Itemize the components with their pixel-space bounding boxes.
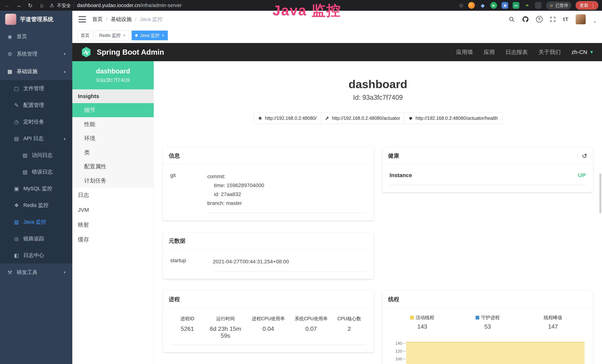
browser-home-icon[interactable]: ⌂ bbox=[38, 2, 45, 9]
service-url-link[interactable]: http://192.168.0.2:48080/ bbox=[254, 113, 321, 124]
timer-icon: ◷ bbox=[13, 119, 20, 125]
scrollbar-thumb[interactable] bbox=[599, 173, 601, 213]
sidebar-item-errorlog[interactable]: ▨ 错误日志 bbox=[0, 163, 72, 180]
paused-badge[interactable]: ☺ 已暂停 bbox=[546, 1, 571, 10]
sba-item-scheduledtasks[interactable]: 计划任务 bbox=[72, 173, 154, 188]
nav-wall[interactable]: 应用墙 bbox=[456, 48, 473, 56]
app-logo[interactable]: 芋道管理系统 bbox=[0, 11, 72, 28]
instance-header[interactable]: dashboard 93a3fc7f7409 bbox=[72, 61, 154, 89]
breadcrumb-item[interactable]: 首页 bbox=[92, 16, 103, 23]
redis-icon: ❖ bbox=[13, 202, 20, 208]
instance-links: http://192.168.0.2:48080/ http://192.168… bbox=[163, 113, 593, 124]
sidebar-item-devtools[interactable]: ⚒ 研发工具 ▾ bbox=[0, 264, 72, 281]
github-icon[interactable] bbox=[522, 16, 529, 23]
history-icon[interactable]: ↺ bbox=[582, 153, 587, 159]
fullscreen-icon[interactable] bbox=[550, 16, 556, 22]
extension-icon[interactable] bbox=[468, 2, 475, 9]
breadcrumb-item[interactable]: 基础设施 bbox=[111, 16, 132, 23]
hamburger-icon[interactable] bbox=[79, 16, 86, 22]
active-dot bbox=[135, 34, 138, 37]
sidebar-item-accesslog[interactable]: ▧ 访问日志 bbox=[0, 147, 72, 163]
bookmark-star-icon[interactable]: ☆ bbox=[459, 2, 464, 9]
sba-item-metrics[interactable]: 性能 bbox=[72, 117, 154, 131]
sidebar-item-apilog[interactable]: ▤ API 日志 ▴ bbox=[0, 130, 72, 147]
sba-item-jvm[interactable]: JVM bbox=[72, 203, 154, 217]
wrench-icon bbox=[325, 116, 329, 120]
caret-down-icon[interactable]: ▾ bbox=[594, 20, 596, 24]
active-threads-area bbox=[406, 342, 585, 364]
sba-item-details[interactable]: 细节 bbox=[72, 103, 154, 117]
sidebar-item-mysql[interactable]: ▣ MySQL 监控 bbox=[0, 180, 72, 197]
help-icon[interactable]: ? bbox=[536, 16, 543, 23]
actuator-url-link[interactable]: http://192.168.0.2:48080/actuator bbox=[321, 113, 404, 124]
tab-home[interactable]: 首页 bbox=[77, 31, 93, 40]
sidebar-item-trace[interactable]: ◎ 链路追踪 bbox=[0, 230, 72, 247]
breadcrumb-item-current: Java 监控 bbox=[140, 16, 163, 23]
locale-selector[interactable]: zh-CN ▼ bbox=[571, 49, 594, 55]
font-size-icon[interactable]: tT bbox=[563, 16, 569, 22]
sidebar-item-home[interactable]: ◉ 首页 bbox=[0, 28, 72, 45]
sidebar-item-java[interactable]: ▥ Java 监控 bbox=[0, 214, 72, 230]
sidebar-item-redis[interactable]: ❖ Redis 监控 bbox=[0, 197, 72, 214]
extension-icon[interactable]: on bbox=[513, 2, 519, 9]
sidebar-item-infra[interactable]: ▦ 基础设施 ▴ bbox=[0, 63, 72, 80]
avatar[interactable] bbox=[576, 14, 586, 24]
extension-icon[interactable]: ▦ bbox=[502, 2, 508, 9]
sidebar-item-label: Java 监控 bbox=[23, 218, 46, 225]
health-url-link[interactable]: http://192.168.0.2:48080/actuator/health bbox=[404, 113, 502, 124]
git-commit-line: commit: bbox=[207, 172, 366, 181]
close-icon[interactable]: × bbox=[123, 33, 126, 38]
y-tick: 120 bbox=[395, 349, 402, 353]
forward-icon[interactable]: → bbox=[15, 2, 22, 9]
sidebar-item-job[interactable]: ◷ 定时任务 bbox=[0, 114, 72, 130]
reload-icon[interactable]: ↻ bbox=[27, 2, 34, 9]
nav-applications[interactable]: 应用 bbox=[484, 48, 495, 56]
sidebar-item-file[interactable]: ▢ 文件管理 bbox=[0, 80, 72, 97]
tab-redis-monitor[interactable]: Redis 监控 × bbox=[96, 31, 129, 40]
sba-sidebar: dashboard 93a3fc7f7409 Insights 细节 性能 环境… bbox=[72, 61, 154, 364]
tab-java-monitor[interactable]: Java 监控 × bbox=[132, 31, 168, 40]
back-icon[interactable]: ← bbox=[4, 2, 11, 9]
nav-journal[interactable]: 日志报表 bbox=[505, 48, 528, 56]
card-body: startup 2021-04-27T00:44:31.254+08:00 bbox=[163, 250, 374, 279]
sba-item-configprops[interactable]: 配置属性 bbox=[72, 160, 154, 173]
sba-item-logs[interactable]: 日志 bbox=[72, 188, 154, 203]
annotation-text: Java 监控 bbox=[273, 1, 341, 20]
health-instance-row[interactable]: Instance UP bbox=[389, 172, 586, 185]
extension-icon[interactable]: ▶ bbox=[490, 2, 497, 9]
extension-icon[interactable]: ◆ bbox=[479, 2, 486, 9]
info-row-git: git commit: time: 1596289704000 id: 27aa… bbox=[170, 172, 366, 213]
nav-about[interactable]: 关于我们 bbox=[538, 48, 561, 56]
search-icon[interactable] bbox=[509, 16, 515, 22]
address-bar[interactable]: ⚠ 不安全 dashboard.yudao.iocoder.cn/infra/a… bbox=[50, 2, 454, 9]
legend-swatch-daemon bbox=[475, 316, 479, 320]
sba-item-caches[interactable]: 缓存 bbox=[72, 232, 154, 247]
security-label: 不安全 bbox=[57, 2, 71, 9]
sidebar-item-config[interactable]: ✎ 配置管理 bbox=[0, 97, 72, 114]
update-button[interactable]: 更新 ⋮ bbox=[576, 1, 598, 10]
card-body: 进程ID 运行时间 进程CPU使用率 系统CPU使用率 CPU核心数 5261 … bbox=[163, 308, 374, 352]
sba-logo-icon[interactable] bbox=[80, 46, 92, 58]
extension-icon[interactable]: ❧ bbox=[524, 2, 530, 9]
sba-item-environment[interactable]: 环境 bbox=[72, 131, 154, 145]
app-title: 芋道管理系统 bbox=[20, 16, 54, 23]
api-log-icon: ▤ bbox=[13, 136, 20, 142]
warning-icon[interactable]: ⚠ bbox=[50, 3, 54, 8]
sidebar-item-logcenter[interactable]: ◧ 日志中心 bbox=[0, 247, 72, 264]
edit-icon: ✎ bbox=[13, 102, 20, 108]
column-header: 进程ID bbox=[170, 316, 204, 322]
sidebar-item-system[interactable]: ⚙ 系统管理 ▾ bbox=[0, 45, 72, 63]
sba-item-mappings[interactable]: 映射 bbox=[72, 217, 154, 232]
access-log-icon: ▧ bbox=[22, 152, 28, 158]
chevron-down-icon: ▼ bbox=[589, 50, 594, 55]
error-log-icon: ▨ bbox=[22, 169, 28, 175]
column-header: 进程CPU使用率 bbox=[247, 316, 290, 322]
legend-item-active: 活动线程 143 bbox=[389, 314, 455, 330]
peak-threads-value: 147 bbox=[520, 323, 586, 330]
system-cpu-value: 0.07 bbox=[290, 325, 332, 339]
sba-item-classes[interactable]: 类 bbox=[72, 145, 154, 160]
url-text[interactable]: dashboard.yudao.iocoder.cn/infra/admin-s… bbox=[77, 3, 182, 8]
extension-icon[interactable] bbox=[535, 2, 542, 9]
close-icon[interactable]: × bbox=[162, 33, 164, 38]
sba-brand[interactable]: Spring Boot Admin bbox=[97, 48, 164, 56]
